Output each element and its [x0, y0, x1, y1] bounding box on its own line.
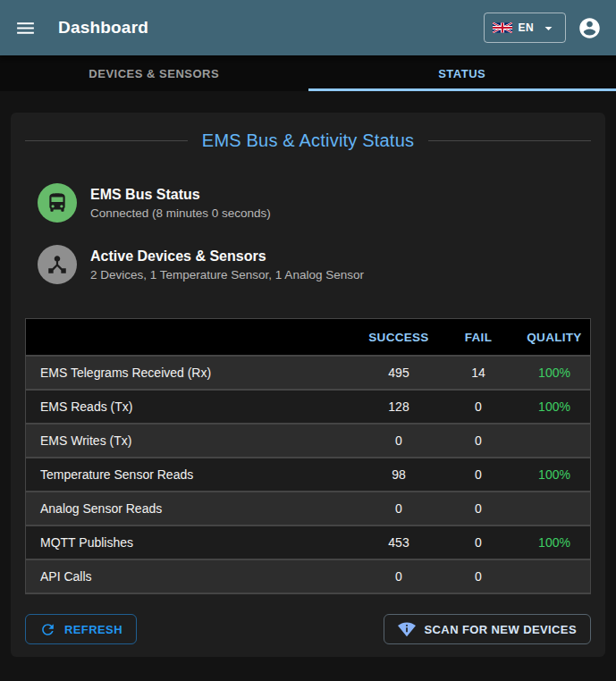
language-selector[interactable]: EN — [484, 13, 566, 43]
column-header-fail: FAIL — [438, 331, 519, 344]
stat-fail-value: 0 — [438, 569, 519, 584]
stat-label: EMS Telegrams Received (Rx) — [26, 366, 359, 380]
stat-label: Analog Sensor Reads — [26, 501, 359, 516]
table-row: Analog Sensor Reads 0 0 — [26, 491, 590, 525]
column-header-success: SUCCESS — [359, 331, 438, 344]
status-list: EMS Bus Status Connected (8 minutes 0 se… — [25, 183, 591, 284]
stat-quality-value: 100% — [519, 467, 590, 482]
page-title: Dashboard — [58, 18, 148, 38]
stat-fail-value: 14 — [438, 366, 519, 380]
language-label: EN — [519, 21, 534, 34]
stat-fail-value: 0 — [438, 399, 519, 414]
activity-stats-table: SUCCESS FAIL QUALITY EMS Telegrams Recei… — [25, 318, 591, 594]
table-header-row: SUCCESS FAIL QUALITY — [26, 319, 590, 355]
status-text: EMS Bus Status Connected (8 minutes 0 se… — [90, 187, 271, 220]
menu-icon — [14, 17, 37, 39]
table-row: EMS Writes (Tx) 0 0 — [26, 423, 590, 457]
account-circle-icon — [578, 16, 602, 40]
refresh-icon — [39, 621, 56, 638]
stat-label: API Calls — [26, 569, 359, 584]
tab-devices-sensors[interactable]: DEVICES & SENSORS — [0, 55, 308, 91]
tab-label: STATUS — [438, 67, 485, 80]
status-card: EMS Bus & Activity Status EMS Bus Status… — [11, 113, 605, 657]
stat-success-value: 495 — [359, 366, 438, 380]
active-devices-status-item: Active Devices & Sensors 2 Devices, 1 Te… — [38, 245, 591, 284]
stat-fail-value: 0 — [438, 535, 519, 550]
bus-icon — [38, 183, 77, 223]
card-title-row: EMS Bus & Activity Status — [25, 130, 591, 151]
status-title: Active Devices & Sensors — [90, 248, 364, 265]
refresh-button-label: REFRESH — [64, 623, 122, 636]
tab-status[interactable]: STATUS — [308, 55, 616, 91]
device-hub-icon — [38, 245, 77, 284]
stat-success-value: 0 — [359, 501, 438, 516]
table-row: API Calls 0 0 — [26, 559, 590, 593]
uk-flag-icon — [493, 22, 512, 33]
scan-button-label: SCAN FOR NEW DEVICES — [424, 623, 577, 636]
chevron-down-icon — [540, 20, 557, 37]
table-row: EMS Telegrams Received (Rx) 495 14 100% — [26, 355, 590, 389]
stat-fail-value: 0 — [438, 433, 519, 448]
stat-fail-value: 0 — [438, 501, 519, 516]
tab-label: DEVICES & SENSORS — [89, 67, 219, 80]
divider-line — [25, 140, 188, 141]
stat-quality-value: 100% — [519, 366, 590, 380]
refresh-button[interactable]: REFRESH — [25, 614, 137, 644]
active-tab-indicator — [308, 88, 616, 91]
table-row: Temperature Sensor Reads 98 0 100% — [26, 457, 590, 491]
tab-bar: DEVICES & SENSORS STATUS — [0, 55, 616, 91]
stat-success-value: 128 — [359, 399, 438, 414]
stat-label: MQTT Publishes — [26, 535, 359, 550]
table-row: MQTT Publishes 453 0 100% — [26, 525, 590, 559]
scan-for-new-devices-button[interactable]: SCAN FOR NEW DEVICES — [384, 614, 591, 644]
stat-label: EMS Writes (Tx) — [26, 433, 359, 448]
stat-success-value: 98 — [359, 467, 438, 482]
card-actions: REFRESH SCAN FOR NEW DEVICES — [25, 614, 591, 644]
status-subtitle: 2 Devices, 1 Temperature Sensor, 1 Analo… — [90, 268, 364, 282]
ems-bus-status-item: EMS Bus Status Connected (8 minutes 0 se… — [38, 183, 591, 223]
divider-line — [428, 140, 591, 141]
stat-success-value: 0 — [359, 433, 438, 448]
table-body: EMS Telegrams Received (Rx) 495 14 100% … — [26, 355, 590, 593]
table-row: EMS Reads (Tx) 128 0 100% — [26, 389, 590, 423]
scan-wifi-icon — [398, 620, 416, 638]
status-text: Active Devices & Sensors 2 Devices, 1 Te… — [90, 248, 364, 282]
menu-button[interactable] — [14, 17, 37, 39]
card-title: EMS Bus & Activity Status — [202, 130, 414, 151]
status-title: EMS Bus Status — [90, 187, 271, 203]
status-page: EMS Bus & Activity Status EMS Bus Status… — [0, 91, 616, 657]
stat-quality-value: 100% — [519, 399, 590, 414]
account-button[interactable] — [578, 16, 602, 40]
status-subtitle: Connected (8 minutes 0 seconds) — [90, 206, 271, 220]
stat-label: EMS Reads (Tx) — [26, 399, 359, 414]
app-header: Dashboard EN — [0, 0, 616, 55]
stat-success-value: 0 — [359, 569, 438, 584]
column-header-quality: QUALITY — [519, 331, 590, 344]
stat-success-value: 453 — [359, 535, 438, 550]
stat-fail-value: 0 — [438, 467, 519, 482]
stat-label: Temperature Sensor Reads — [26, 467, 359, 482]
stat-quality-value: 100% — [519, 535, 590, 550]
